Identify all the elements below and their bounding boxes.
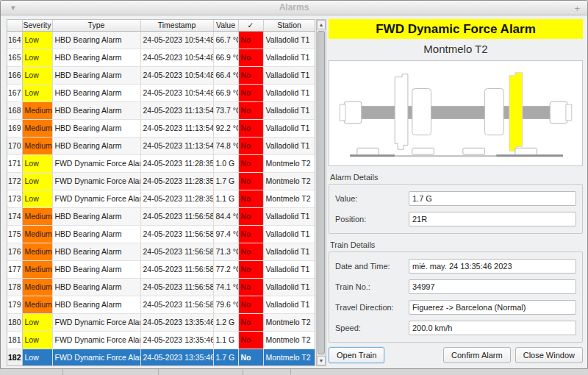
timestamp-cell[interactable]: 24-05-2023 11:13:54 — [140, 101, 213, 119]
col-header-value[interactable]: Value — [213, 20, 238, 31]
timestamp-cell[interactable]: 24-05-2023 10:54:48 — [140, 66, 213, 84]
timestamp-cell[interactable]: 24-05-2023 11:13:54 — [140, 137, 213, 154]
value-cell[interactable]: 1.1 G — [213, 331, 238, 349]
col-header-severity[interactable]: Severity — [22, 20, 52, 31]
station-cell[interactable]: Valladolid T1 — [263, 260, 315, 278]
type-cell[interactable]: HBD Bearing Alarm — [52, 49, 140, 66]
timestamp-cell[interactable]: 24-05-2023 11:56:58 — [140, 278, 213, 296]
severity-cell[interactable]: Medium — [22, 243, 52, 260]
ack-cell[interactable]: No — [238, 101, 263, 119]
severity-cell[interactable]: Low — [22, 313, 52, 331]
timestamp-cell[interactable]: 24-05-2023 11:56:58 — [140, 225, 213, 243]
field-input[interactable] — [409, 212, 576, 226]
ack-cell[interactable]: No — [238, 154, 263, 172]
station-cell[interactable]: Montmelo T2 — [263, 331, 315, 349]
table-row[interactable]: 177 Medium HBD Bearing Alarm 24-05-2023 … — [7, 260, 315, 278]
close-window-button[interactable]: Close Window — [515, 347, 583, 363]
station-cell[interactable]: Montmelo T2 — [263, 154, 315, 172]
field-input[interactable] — [409, 191, 576, 206]
timestamp-cell[interactable]: 24-05-2023 11:56:58 — [140, 243, 213, 260]
field-input[interactable] — [409, 300, 576, 315]
station-cell[interactable]: Valladolid T1 — [263, 137, 315, 154]
value-cell[interactable]: 66.7 °C — [213, 31, 238, 49]
severity-cell[interactable]: Medium — [22, 296, 52, 313]
station-cell[interactable]: Montmelo T2 — [263, 172, 315, 190]
timestamp-cell[interactable]: 24-05-2023 11:28:35 — [140, 154, 213, 172]
ack-cell[interactable]: No — [238, 260, 263, 278]
severity-cell[interactable]: Low — [22, 84, 52, 101]
type-cell[interactable]: HBD Bearing Alarm — [52, 225, 140, 243]
timestamp-cell[interactable]: 24-05-2023 10:54:48 — [140, 31, 213, 49]
col-header-station[interactable]: Station — [263, 20, 315, 31]
severity-cell[interactable]: Low — [22, 172, 52, 190]
value-cell[interactable]: 97.4 °C — [213, 225, 238, 243]
table-row[interactable]: 172 Low FWD Dynamic Force Alarm 24-05-20… — [7, 172, 315, 190]
table-row[interactable]: 174 Medium HBD Bearing Alarm 24-05-2023 … — [7, 207, 315, 225]
ack-cell[interactable]: No — [238, 313, 263, 331]
type-cell[interactable]: HBD Bearing Alarm — [52, 243, 140, 260]
value-cell[interactable]: 92.2 °C — [213, 119, 238, 137]
value-cell[interactable]: 1.1 G — [213, 190, 238, 207]
table-scrollbar[interactable]: ▲ ▼ — [316, 19, 326, 366]
severity-cell[interactable]: Medium — [22, 225, 52, 243]
ack-cell[interactable]: No — [238, 84, 263, 101]
type-cell[interactable]: HBD Bearing Alarm — [52, 137, 140, 154]
station-cell[interactable]: Valladolid T1 — [263, 225, 315, 243]
value-cell[interactable]: 73.7 °C — [213, 101, 238, 119]
station-cell[interactable]: Valladolid T1 — [263, 101, 315, 119]
table-row[interactable]: 164 Low HBD Bearing Alarm 24-05-2023 10:… — [7, 31, 315, 49]
col-header-ack[interactable]: ✓ — [238, 20, 263, 31]
table-row[interactable]: 181 Low FWD Dynamic Force Alarm 24-05-20… — [7, 331, 315, 349]
timestamp-cell[interactable]: 24-05-2023 10:54:48 — [140, 49, 213, 66]
severity-cell[interactable]: Low — [22, 349, 52, 366]
value-cell[interactable]: 84.4 °C — [213, 207, 238, 225]
type-cell[interactable]: HBD Bearing Alarm — [52, 119, 140, 137]
type-cell[interactable]: FWD Dynamic Force Alarm — [52, 313, 140, 331]
severity-cell[interactable]: Medium — [22, 137, 52, 154]
ack-cell[interactable]: No — [238, 190, 263, 207]
value-cell[interactable]: 66.4 °C — [213, 66, 238, 84]
scroll-down-icon[interactable]: ▼ — [317, 356, 326, 365]
field-input[interactable] — [409, 259, 576, 274]
ack-cell[interactable]: No — [238, 243, 263, 260]
severity-cell[interactable]: Low — [22, 31, 52, 49]
table-row[interactable]: 167 Low HBD Bearing Alarm 24-05-2023 10:… — [7, 84, 315, 101]
value-cell[interactable]: 1.0 G — [213, 154, 238, 172]
station-cell[interactable]: Valladolid T1 — [263, 296, 315, 313]
value-cell[interactable]: 66.9 °C — [213, 49, 238, 66]
value-cell[interactable]: 1.7 G — [213, 349, 238, 366]
timestamp-cell[interactable]: 24-05-2023 13:35:46 — [140, 349, 213, 366]
type-cell[interactable]: HBD Bearing Alarm — [52, 207, 140, 225]
table-row[interactable]: 179 Medium HBD Bearing Alarm 24-05-2023 … — [7, 296, 315, 313]
value-cell[interactable]: 71.3 °C — [213, 243, 238, 260]
timestamp-cell[interactable]: 24-05-2023 11:56:58 — [140, 207, 213, 225]
value-cell[interactable]: 74.1 °C — [213, 278, 238, 296]
table-row[interactable]: 166 Low HBD Bearing Alarm 24-05-2023 10:… — [7, 66, 315, 84]
severity-cell[interactable]: Low — [22, 66, 52, 84]
ack-cell[interactable]: No — [238, 66, 263, 84]
ack-cell[interactable]: No — [238, 349, 263, 366]
severity-cell[interactable]: Medium — [22, 207, 52, 225]
severity-cell[interactable]: Medium — [22, 101, 52, 119]
severity-cell[interactable]: Medium — [22, 278, 52, 296]
type-cell[interactable]: HBD Bearing Alarm — [52, 84, 140, 101]
scrollbar-thumb[interactable] — [318, 31, 325, 354]
timestamp-cell[interactable]: 24-05-2023 11:13:54 — [140, 119, 213, 137]
type-cell[interactable]: FWD Dynamic Force Alarm — [52, 154, 140, 172]
type-cell[interactable]: HBD Bearing Alarm — [52, 31, 140, 49]
type-cell[interactable]: HBD Bearing Alarm — [52, 296, 140, 313]
timestamp-cell[interactable]: 24-05-2023 13:35:46 — [140, 331, 213, 349]
table-row[interactable]: 173 Low FWD Dynamic Force Alarm 24-05-20… — [7, 190, 315, 207]
open-train-button[interactable]: Open Train — [329, 347, 384, 363]
col-header-timestamp[interactable]: Timestamp — [140, 20, 213, 31]
type-cell[interactable]: HBD Bearing Alarm — [52, 278, 140, 296]
severity-cell[interactable]: Low — [22, 331, 52, 349]
value-cell[interactable]: 74.8 °C — [213, 137, 238, 154]
field-input[interactable] — [409, 321, 576, 335]
timestamp-cell[interactable]: 24-05-2023 11:28:35 — [140, 190, 213, 207]
table-row[interactable]: 182 Low FWD Dynamic Force Alarm 24-05-20… — [7, 349, 315, 366]
table-row[interactable]: 165 Low HBD Bearing Alarm 24-05-2023 10:… — [7, 49, 315, 66]
ack-cell[interactable]: No — [238, 331, 263, 349]
station-cell[interactable]: Valladolid T1 — [263, 207, 315, 225]
col-header-rownum[interactable] — [7, 20, 22, 31]
